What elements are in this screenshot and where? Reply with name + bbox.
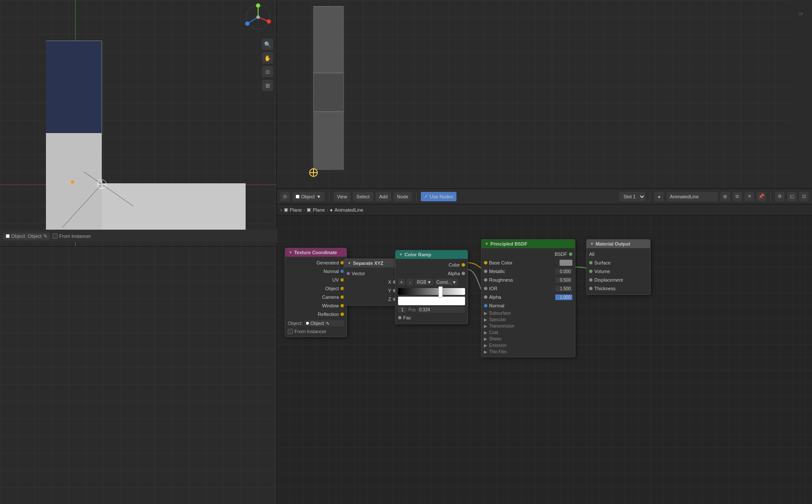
socket-roughness: Roughness 0.500 xyxy=(481,276,575,284)
principled-collapse-icon[interactable]: ▼ xyxy=(485,242,489,246)
left-bottom-bar: Object: Object ✎ From Instancer xyxy=(0,230,277,243)
socket-thickness-sock xyxy=(589,287,593,290)
section-emission[interactable]: ▶ Emission xyxy=(481,342,575,349)
plane-object-icon: ▣ xyxy=(307,207,311,213)
pin-icon[interactable]: 📌 xyxy=(757,192,766,201)
ramp-white-bar xyxy=(398,297,465,305)
separate-xyz-node[interactable]: ▼ Separate XYZ Vector X Y Z xyxy=(344,258,399,306)
right-viewport[interactable]: ☞ xyxy=(277,0,812,189)
section-transmission[interactable]: ▶ Transmission xyxy=(481,323,575,329)
dropdown-arrow: ▼ xyxy=(427,280,432,285)
ramp-gradient[interactable] xyxy=(398,288,465,295)
from-instancer-checkbox[interactable] xyxy=(288,329,293,334)
socket-bsdf-out: BSDF xyxy=(481,250,575,258)
copy-icon[interactable]: ⧉ xyxy=(733,192,742,201)
lasso-tool[interactable]: ⊙ xyxy=(262,66,273,77)
material-toolbar: ◎ Object ▼ View Select Add Node ✓ Use No… xyxy=(277,189,812,204)
bottom-object-selector[interactable]: Object: Object ✎ xyxy=(3,233,50,240)
socket-alpha-out: Alpha xyxy=(395,269,468,278)
separator xyxy=(329,192,329,201)
sep-xyz-body: Vector X Y Z xyxy=(344,267,399,305)
node-button[interactable]: Node xyxy=(394,192,412,201)
viewport-icon2[interactable]: ⊡ xyxy=(799,192,809,201)
left-viewport[interactable]: 🔍 ✋ ⊙ ⊞ xyxy=(0,0,277,247)
origin-dot xyxy=(71,180,74,184)
ramp-index[interactable]: 1 xyxy=(398,307,407,313)
socket-volume-in: Volume xyxy=(587,267,650,276)
socket-window: Window xyxy=(285,301,347,310)
ramp-mode-dropdown[interactable]: RGB ▼ xyxy=(415,279,433,285)
view-mode-icon[interactable]: ◎ xyxy=(280,192,290,201)
view-button[interactable]: View xyxy=(334,192,351,201)
rv-icon-finger[interactable]: ☞ xyxy=(799,11,804,17)
svg-point-11 xyxy=(245,21,249,26)
socket-ior: IOR 1.500 xyxy=(481,284,575,293)
zoom-tool[interactable]: 🔍 xyxy=(262,39,273,50)
cursor-circle xyxy=(97,179,106,189)
breadcrumb-material[interactable]: ● AnimatedLine xyxy=(330,207,363,213)
mat-output-body: All Surface Volume Displacement Thicknes… xyxy=(587,248,650,295)
socket-normal-in: Normal xyxy=(481,301,575,310)
color-ramp-node[interactable]: ▼ Color Ramp Color Alpha + - RGB ▼ xyxy=(395,250,468,324)
color-ramp-collapse-icon[interactable]: ▼ xyxy=(399,252,403,257)
collapse-icon[interactable]: ▼ xyxy=(289,250,292,255)
breadcrumb-sep2: › xyxy=(327,207,328,213)
sphere-icon[interactable]: ● xyxy=(654,192,664,201)
bottom-from-instancer: From Instancer xyxy=(52,234,91,239)
ramp-interp-dropdown[interactable]: Const... ▼ xyxy=(435,279,458,285)
socket-x-out: X xyxy=(344,278,399,286)
section-thin-film[interactable]: ▶ Thin Film xyxy=(481,349,575,355)
add-button[interactable]: Add xyxy=(376,192,391,201)
material-name-field[interactable]: AnimatedLine xyxy=(666,192,718,201)
mat-output-header: ▼ Material Output xyxy=(587,240,650,248)
roughness-value[interactable]: 0.500 xyxy=(555,277,572,283)
object-button[interactable]: Object ▼ xyxy=(292,192,325,201)
texture-coordinate-node[interactable]: ▼ Texture Coordinate Generated Normal UV… xyxy=(285,248,347,337)
expand-icon4: ▶ xyxy=(484,330,487,335)
breadcrumb-plane2[interactable]: ▣ Plane xyxy=(307,207,325,213)
mat-output-collapse-icon[interactable]: ▼ xyxy=(590,242,594,246)
svg-point-7 xyxy=(256,3,260,8)
svg-point-9 xyxy=(267,19,271,24)
grid-tool[interactable]: ⊞ xyxy=(262,80,273,91)
breadcrumb-plane-icon[interactable]: ▣ Plane xyxy=(284,207,302,213)
select-button[interactable]: Select xyxy=(353,192,373,201)
sep-xyz-collapse-icon[interactable]: ▼ xyxy=(347,261,351,265)
socket-fac-sock xyxy=(398,316,401,319)
material-output-node[interactable]: ▼ Material Output All Surface Volume Dis… xyxy=(586,239,651,295)
principled-header: ▼ Principled BSDF xyxy=(481,240,575,248)
object-selector[interactable]: Object ✎ xyxy=(304,320,344,326)
breadcrumb-bar: › ▣ Plane › ▣ Plane › ● AnimatedLine xyxy=(277,204,812,216)
socket-uv: UV xyxy=(285,276,347,284)
ramp-minus-btn[interactable]: - xyxy=(407,279,414,285)
shield-icon[interactable]: ⛨ xyxy=(721,192,730,201)
principled-bsdf-node[interactable]: ▼ Principled BSDF BSDF Base Color Metall… xyxy=(481,239,575,357)
left-lower-area xyxy=(0,247,277,504)
socket-normal-in-sock xyxy=(484,304,487,307)
ramp-add-btn[interactable]: + xyxy=(398,279,405,285)
ramp-pos-value[interactable]: 0.324 xyxy=(417,307,465,313)
base-color-swatch[interactable] xyxy=(560,260,572,266)
alpha-value[interactable]: 1.000 xyxy=(555,295,572,300)
section-specular[interactable]: ▶ Specular xyxy=(481,316,575,323)
separator2 xyxy=(416,192,417,201)
socket-fac-in: Fac xyxy=(395,313,468,322)
node-editor[interactable]: ▼ Texture Coordinate Generated Normal UV… xyxy=(277,216,812,504)
object-dot-icon xyxy=(296,195,299,198)
use-nodes-toggle[interactable]: ✓ Use Nodes xyxy=(421,192,456,201)
socket-camera: Camera xyxy=(285,293,347,301)
overlay-icon[interactable]: ◱ xyxy=(787,192,797,201)
slot-select[interactable]: Slot 1 xyxy=(619,192,645,201)
expand-icon: ▶ xyxy=(484,311,487,316)
from-instancer-cb2[interactable] xyxy=(52,234,58,239)
metallic-value[interactable]: 0.000 xyxy=(555,269,572,274)
settings-icon[interactable]: ⚙ xyxy=(775,192,785,201)
section-sheen[interactable]: ▶ Sheen xyxy=(481,336,575,342)
section-coat[interactable]: ▶ Coat xyxy=(481,329,575,336)
section-subsurface[interactable]: ▶ Subsurface xyxy=(481,310,575,316)
transform-gizmo[interactable] xyxy=(243,2,273,32)
socket-y-out: Y xyxy=(344,286,399,295)
hand-tool[interactable]: ✋ xyxy=(262,52,273,64)
ior-value[interactable]: 1.500 xyxy=(555,286,572,291)
x-icon[interactable]: ✕ xyxy=(745,192,754,201)
